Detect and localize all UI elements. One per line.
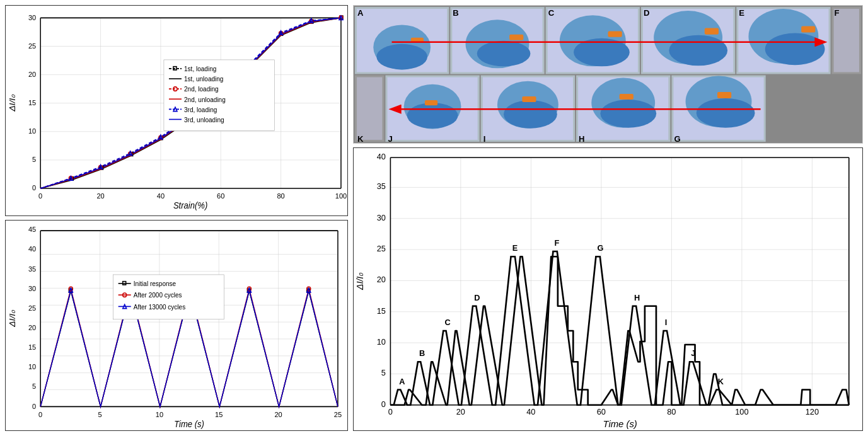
- svg-rect-165: [705, 28, 719, 34]
- svg-point-146: [376, 44, 427, 70]
- svg-text:25: 25: [28, 304, 36, 312]
- svg-rect-201: [717, 92, 731, 98]
- svg-text:3rd, loading: 3rd, loading: [184, 106, 217, 113]
- svg-text:0: 0: [32, 402, 36, 410]
- svg-text:J: J: [388, 134, 392, 143]
- svg-text:I: I: [665, 318, 668, 327]
- svg-text:K: K: [718, 377, 724, 386]
- svg-text:After 13000 cycles: After 13000 cycles: [134, 303, 185, 310]
- svg-text:30: 30: [28, 284, 36, 292]
- svg-text:0: 0: [32, 184, 36, 192]
- svg-text:F: F: [835, 8, 840, 18]
- svg-rect-189: [522, 96, 536, 102]
- svg-rect-177: [357, 77, 382, 140]
- svg-text:0: 0: [381, 400, 386, 409]
- svg-text:2nd, loading: 2nd, loading: [184, 86, 219, 93]
- svg-text:20: 20: [377, 276, 386, 285]
- svg-text:Time (s): Time (s): [603, 419, 637, 429]
- svg-text:60: 60: [217, 192, 224, 200]
- svg-text:40: 40: [377, 152, 386, 161]
- svg-text:B: B: [419, 350, 425, 359]
- svg-text:C: C: [548, 8, 555, 18]
- svg-text:30: 30: [377, 214, 386, 222]
- durability-chart: 0 5 10 15 20 25 30 35 40 45 0 5 10 15 20…: [5, 220, 348, 431]
- svg-text:20: 20: [456, 408, 465, 416]
- svg-text:120: 120: [806, 408, 819, 416]
- svg-text:G: G: [674, 134, 680, 143]
- svg-text:H: H: [634, 294, 640, 302]
- svg-text:C: C: [444, 318, 450, 327]
- svg-text:80: 80: [667, 408, 676, 416]
- svg-text:0: 0: [388, 408, 393, 416]
- svg-text:5: 5: [32, 382, 36, 390]
- svg-text:35: 35: [28, 265, 36, 272]
- svg-point-182: [407, 103, 458, 129]
- svg-text:45: 45: [28, 226, 36, 233]
- svg-rect-195: [620, 94, 634, 100]
- svg-point-164: [669, 35, 727, 66]
- svg-point-170: [765, 33, 825, 66]
- svg-point-188: [504, 100, 557, 129]
- svg-text:Strain(%): Strain(%): [173, 201, 207, 210]
- svg-text:40: 40: [526, 408, 535, 416]
- svg-text:5: 5: [381, 369, 386, 378]
- svg-point-200: [697, 98, 755, 128]
- svg-text:10: 10: [28, 127, 36, 135]
- svg-text:After 2000 cycles: After 2000 cycles: [134, 292, 182, 299]
- svg-text:15: 15: [377, 307, 386, 316]
- svg-text:20: 20: [96, 192, 104, 200]
- svg-rect-171: [801, 26, 815, 32]
- svg-text:H: H: [579, 134, 584, 143]
- svg-point-152: [477, 41, 531, 67]
- svg-text:Time (s): Time (s): [174, 419, 204, 428]
- svg-text:A: A: [357, 8, 364, 18]
- strain-chart: 0 5 10 15 20 25 30 0 20 40 60 80 100 Str…: [5, 5, 348, 216]
- svg-rect-153: [509, 35, 523, 40]
- svg-text:2nd, unloading: 2nd, unloading: [184, 96, 226, 103]
- left-panel: 0 5 10 15 20 25 30 0 20 40 60 80 100 Str…: [0, 0, 353, 436]
- svg-text:5: 5: [98, 410, 101, 418]
- svg-text:0: 0: [38, 192, 42, 200]
- svg-text:35: 35: [377, 183, 386, 192]
- svg-text:20: 20: [28, 324, 36, 331]
- svg-point-194: [600, 100, 656, 128]
- svg-text:100: 100: [335, 192, 347, 200]
- svg-text:60: 60: [597, 408, 606, 416]
- svg-text:ΔI/I₀: ΔI/I₀: [8, 310, 16, 328]
- svg-text:3rd, unloading: 3rd, unloading: [184, 116, 224, 123]
- svg-text:25: 25: [28, 42, 36, 49]
- svg-text:10: 10: [156, 410, 163, 418]
- svg-text:0: 0: [38, 410, 42, 418]
- svg-text:80: 80: [277, 192, 284, 200]
- svg-text:40: 40: [28, 245, 36, 253]
- svg-text:25: 25: [334, 410, 342, 418]
- svg-text:J: J: [691, 350, 695, 359]
- right-panel: A B C D: [353, 0, 868, 436]
- svg-text:G: G: [598, 244, 604, 253]
- svg-text:A: A: [399, 377, 405, 386]
- finger-bending-chart: 0 5 10 15 20 25 30 35 40 0 20 40 60 80 1…: [353, 147, 863, 431]
- hand-images-panel: A B C D: [353, 5, 863, 144]
- svg-text:40: 40: [157, 192, 165, 200]
- svg-text:D: D: [644, 8, 649, 18]
- svg-text:E: E: [739, 8, 744, 18]
- svg-text:ΔI/I₀: ΔI/I₀: [355, 272, 365, 290]
- svg-text:100: 100: [735, 408, 748, 416]
- svg-text:15: 15: [28, 99, 36, 106]
- svg-text:I: I: [483, 134, 486, 143]
- svg-text:1st, unloading: 1st, unloading: [184, 76, 224, 83]
- svg-text:15: 15: [215, 410, 223, 418]
- svg-text:10: 10: [377, 338, 386, 347]
- svg-text:1st, loading: 1st, loading: [184, 66, 216, 72]
- svg-text:K: K: [357, 134, 364, 143]
- svg-rect-183: [425, 100, 437, 105]
- svg-text:B: B: [453, 8, 458, 18]
- svg-text:ΔI/I₀: ΔI/I₀: [8, 95, 16, 112]
- svg-rect-174: [834, 9, 859, 72]
- svg-text:20: 20: [274, 410, 282, 418]
- svg-text:15: 15: [28, 343, 36, 351]
- svg-text:10: 10: [28, 363, 36, 370]
- svg-text:30: 30: [28, 13, 36, 21]
- svg-text:D: D: [474, 294, 480, 302]
- svg-text:5: 5: [32, 156, 36, 163]
